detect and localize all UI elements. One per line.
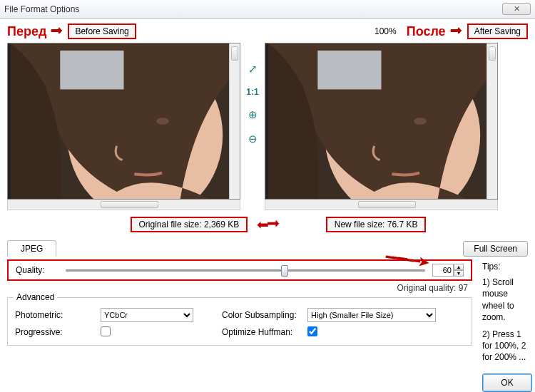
- tip-text: 2) Press 1 for 100%, 2 for 200% ...: [482, 329, 532, 363]
- preview-before: [7, 43, 240, 210]
- window-title: File Format Options: [4, 4, 79, 14]
- subsampling-select[interactable]: High (Smaller File Size): [307, 308, 436, 322]
- double-arrow-icon: ⬅ ⮕: [257, 216, 279, 233]
- quality-label: Quality:: [16, 265, 58, 275]
- annotation-after: После: [407, 24, 446, 39]
- tab-jpeg[interactable]: JPEG: [7, 240, 56, 257]
- zoom-percent: 100%: [374, 26, 397, 36]
- quality-stepper[interactable]: ▲▼: [432, 264, 464, 277]
- svg-rect-3: [60, 51, 123, 90]
- tip-text: 1) Scroll mouse wheel to zoom.: [482, 277, 532, 323]
- subsampling-label: Color Subsampling:: [222, 310, 307, 320]
- original-quality: Original quality: 97: [7, 283, 468, 293]
- huffman-label: Optimize Huffman:: [222, 327, 307, 337]
- photometric-select[interactable]: YCbCr: [101, 308, 193, 322]
- advanced-legend: Advanced: [14, 292, 57, 302]
- progressive-checkbox[interactable]: [101, 326, 111, 336]
- quality-value[interactable]: [432, 264, 454, 277]
- huffman-checkbox[interactable]: [307, 326, 317, 336]
- chevron-up-icon[interactable]: ▲: [454, 264, 464, 270]
- after-saving-box: After Saving: [467, 24, 528, 39]
- close-icon[interactable]: ✕: [502, 3, 531, 15]
- photometric-label: Photometric:: [15, 310, 101, 320]
- horizontal-scrollbar[interactable]: [265, 200, 498, 210]
- arrow-right-icon: ⮕: [51, 25, 63, 38]
- fit-window-icon[interactable]: ⤢: [248, 63, 258, 76]
- preview-after: [265, 43, 498, 210]
- photo-placeholder-icon: [265, 43, 497, 199]
- zoom-in-icon[interactable]: ⊕: [248, 108, 258, 121]
- svg-rect-7: [317, 51, 381, 90]
- photo-placeholder-icon: [8, 43, 240, 199]
- quality-slider[interactable]: [66, 269, 425, 272]
- one-to-one-icon[interactable]: 1:1: [246, 87, 258, 97]
- vertical-scrollbar[interactable]: [486, 43, 497, 199]
- progressive-label: Progressive:: [15, 327, 101, 337]
- image-viewport[interactable]: [265, 43, 498, 200]
- tips-heading: Tips:: [482, 261, 532, 272]
- arrow-right-icon: ⮕: [450, 25, 463, 38]
- image-viewport[interactable]: [7, 43, 240, 200]
- ok-button[interactable]: OK: [482, 373, 532, 392]
- before-saving-box: Before Saving: [68, 24, 136, 39]
- svg-point-2: [156, 118, 169, 125]
- vertical-scrollbar[interactable]: [229, 43, 240, 199]
- svg-point-6: [414, 118, 427, 125]
- slider-thumb[interactable]: [281, 265, 288, 277]
- annotation-before: Перед: [7, 24, 46, 39]
- new-filesize: New file size: 76.7 KB: [326, 217, 427, 232]
- fullscreen-button[interactable]: Full Screen: [463, 241, 528, 257]
- horizontal-scrollbar[interactable]: [7, 200, 240, 210]
- original-filesize: Original file size: 2,369 KB: [131, 217, 248, 232]
- chevron-down-icon[interactable]: ▼: [454, 270, 464, 277]
- zoom-out-icon[interactable]: ⊖: [248, 133, 258, 145]
